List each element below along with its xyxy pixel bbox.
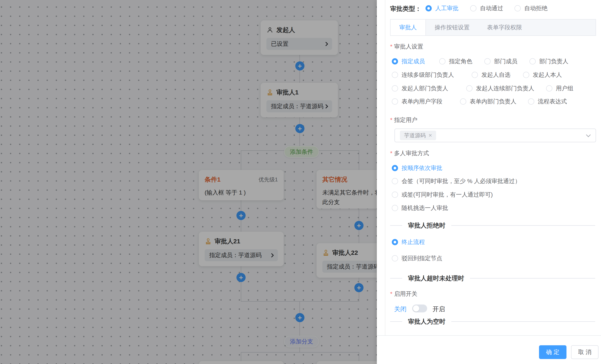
radio-label: 表单内用户字段 <box>401 98 442 105</box>
reject-section-divider: 审批人拒绝时 <box>390 222 595 229</box>
radio-icon <box>460 98 466 105</box>
required-asterisk: * <box>390 117 392 123</box>
approval-config-panel: 审批类型： 人工审批 自动通过 自动拒绝 审批人 操作按钮设置 表单字段权 <box>377 0 601 364</box>
radio-user-group[interactable]: 用户组 <box>546 84 573 92</box>
radio-label: 自动通过 <box>480 4 503 12</box>
radio-checked-icon <box>392 58 398 64</box>
radio-icon <box>528 98 534 105</box>
radio-form-dept-leader[interactable]: 表单内部门负责人 <box>460 97 516 106</box>
radio-checked-icon <box>425 5 432 11</box>
radio-dept-leader[interactable]: 部门负责人 <box>530 57 568 66</box>
radio-label: 会签（可同时审批，至少 % 人必须审批通过） <box>401 177 521 185</box>
radio-icon <box>392 205 398 211</box>
radio-label: 驳回到指定节点 <box>401 254 442 262</box>
radio-assigned-role[interactable]: 指定角色 <box>439 57 472 66</box>
radio-label: 按顺序依次审批 <box>401 164 442 172</box>
selected-user-tag[interactable]: 芋道源码 × <box>400 131 436 140</box>
radio-multi-level-dept-leader[interactable]: 连续多级部门负责人 <box>392 71 454 79</box>
chevron-down-icon <box>586 132 591 137</box>
radio-auto-approve[interactable]: 自动通过 <box>470 4 503 12</box>
empty-approver-section-title: 审批人为空时 <box>408 317 445 325</box>
radio-label: 终止流程 <box>401 238 425 246</box>
radio-label: 发起人部门负责人 <box>401 84 448 92</box>
timeout-enable-switch[interactable] <box>412 304 427 313</box>
confirm-button[interactable]: 确 定 <box>539 345 566 359</box>
required-asterisk: * <box>390 43 392 50</box>
approval-type-row: 审批类型： 人工审批 自动通过 自动拒绝 <box>377 4 601 14</box>
radio-assigned-member[interactable]: 指定成员 <box>392 57 425 66</box>
radio-label: 表单内部门负责人 <box>470 98 516 105</box>
cancel-button[interactable]: 取 消 <box>571 345 599 359</box>
radio-process-expression[interactable]: 流程表达式 <box>528 97 567 106</box>
radio-label: 指定角色 <box>449 57 472 65</box>
radio-icon <box>392 72 398 78</box>
modal-overlay <box>0 0 377 364</box>
enable-switch-label: *启用开关 <box>390 290 417 298</box>
divider-line <box>470 278 595 279</box>
radio-auto-reject[interactable]: 自动拒绝 <box>514 4 548 12</box>
radio-sequential-approval[interactable]: 按顺序依次审批 <box>392 164 442 172</box>
tag-label: 芋道源码 <box>404 132 426 139</box>
required-asterisk: * <box>390 291 392 297</box>
radio-icon <box>392 178 398 184</box>
radio-initiator-dept-leader[interactable]: 发起人部门负责人 <box>392 84 448 92</box>
approval-workflow-designer: 发起人 已设置 + 审批人1 指定成员：芋道源码 + <box>0 0 601 364</box>
radio-icon <box>439 58 445 64</box>
empty-approver-section-divider: 审批人为空时 <box>390 318 595 324</box>
assign-user-select[interactable]: 芋道源码 × <box>394 129 596 142</box>
workflow-canvas[interactable]: 发起人 已设置 + 审批人1 指定成员：芋道源码 + <box>0 0 377 364</box>
radio-manual-approval[interactable]: 人工审批 <box>425 4 459 12</box>
timeout-section-divider: 审批人超时未处理时 <box>390 275 595 282</box>
tab-approver[interactable]: 审批人 <box>391 20 426 35</box>
divider-line <box>451 225 595 226</box>
radio-initiator-multi-dept-leader[interactable]: 发起人连续部门负责人 <box>466 84 534 92</box>
divider-line <box>390 321 402 322</box>
radio-icon <box>392 192 398 198</box>
divider-line <box>451 321 595 322</box>
radio-label: 或签(可同时审批，有一人通过即可) <box>401 191 493 199</box>
reject-section-title: 审批人拒绝时 <box>408 221 445 230</box>
radio-icon <box>392 255 398 262</box>
radio-or-sign[interactable]: 或签(可同时审批，有一人通过即可) <box>392 191 493 199</box>
radio-label: 用户组 <box>556 84 573 92</box>
tab-button-settings[interactable]: 操作按钮设置 <box>426 20 478 35</box>
radio-label: 部门负责人 <box>539 57 568 65</box>
timeout-section-title: 审批人超时未处理时 <box>408 274 464 283</box>
tag-remove-icon[interactable]: × <box>429 132 432 139</box>
assign-user-label: *指定用户 <box>390 116 417 124</box>
panel-tabs: 审批人 操作按钮设置 表单字段权限 <box>390 19 596 36</box>
radio-terminate-process[interactable]: 终止流程 <box>392 238 425 246</box>
radio-label: 自动拒绝 <box>524 4 548 12</box>
radio-label: 发起人连续部门负责人 <box>476 84 534 92</box>
radio-label: 流程表达式 <box>538 98 567 105</box>
radio-initiator-self[interactable]: 发起人本人 <box>523 71 562 79</box>
radio-random-one[interactable]: 随机挑选一人审批 <box>392 204 448 212</box>
radio-icon <box>472 72 478 78</box>
radio-label: 指定成员 <box>401 57 425 65</box>
radio-icon <box>514 5 521 11</box>
radio-label: 部门成员 <box>494 57 517 65</box>
radio-label: 随机挑选一人审批 <box>401 204 448 212</box>
approver-setting-label: *审批人设置 <box>390 43 423 51</box>
radio-label: 人工审批 <box>435 4 459 12</box>
radio-icon <box>530 58 536 64</box>
radio-dept-member[interactable]: 部门成员 <box>484 57 517 66</box>
tab-form-field-permissions[interactable]: 表单字段权限 <box>478 20 531 35</box>
footer-divider <box>377 335 601 336</box>
required-asterisk: * <box>390 150 392 156</box>
radio-icon <box>470 5 476 11</box>
approval-type-label: 审批类型： <box>390 5 421 13</box>
multi-mode-label: *多人审批方式 <box>390 149 429 157</box>
radio-form-user-field[interactable]: 表单内用户字段 <box>392 97 442 106</box>
radio-return-to-node[interactable]: 驳回到指定节点 <box>392 254 442 263</box>
radio-countersign[interactable]: 会签（可同时审批，至少 % 人必须审批通过） <box>392 177 521 185</box>
panel-inner-divider <box>385 0 385 335</box>
radio-icon <box>466 85 472 91</box>
radio-label: 发起人本人 <box>533 71 562 79</box>
switch-on-label: 开启 <box>432 305 445 313</box>
panel-scroll-area[interactable]: 审批类型： 人工审批 自动通过 自动拒绝 审批人 操作按钮设置 表单字段权 <box>377 0 601 324</box>
radio-icon <box>392 85 398 91</box>
radio-icon <box>523 72 529 78</box>
radio-icon <box>546 85 552 91</box>
radio-initiator-choose[interactable]: 发起人自选 <box>472 71 511 79</box>
